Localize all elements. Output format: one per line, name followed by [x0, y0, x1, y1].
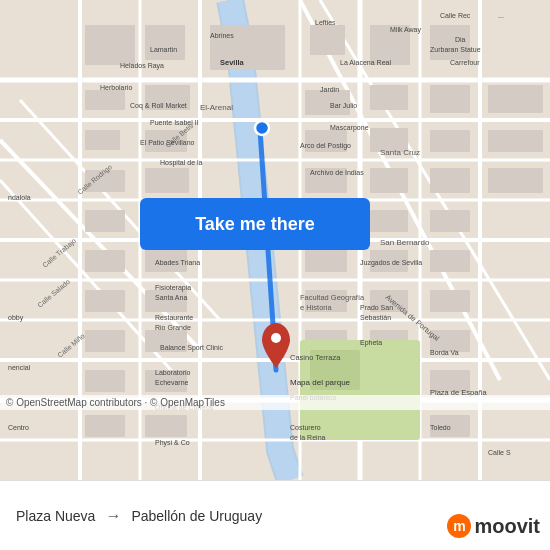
svg-text:Milk Away: Milk Away	[390, 26, 421, 34]
svg-text:obby: obby	[8, 314, 24, 322]
svg-text:Jardin: Jardin	[320, 86, 339, 93]
svg-rect-23	[85, 25, 135, 65]
svg-text:Restaurante: Restaurante	[155, 314, 193, 321]
svg-text:Balance Sport Clinic: Balance Sport Clinic	[160, 344, 224, 352]
svg-text:Centro: Centro	[8, 424, 29, 431]
moovit-logo: m moovit	[447, 514, 540, 538]
svg-rect-39	[430, 130, 470, 152]
svg-text:San Bernardo: San Bernardo	[380, 238, 430, 247]
svg-rect-40	[488, 130, 543, 152]
svg-text:Fisioterapia: Fisioterapia	[155, 284, 191, 292]
map-container: Calle Betis Calle Rodrigo Calle Trabajo …	[0, 0, 550, 480]
svg-rect-49	[370, 210, 408, 232]
svg-text:nencial: nencial	[8, 364, 31, 371]
svg-text:Mascarpone: Mascarpone	[330, 124, 369, 132]
svg-text:Borda Va: Borda Va	[430, 349, 459, 356]
svg-rect-34	[488, 85, 543, 113]
svg-text:Hospital de la: Hospital de la	[160, 159, 203, 167]
svg-text:Carrefour: Carrefour	[450, 59, 480, 66]
svg-text:Herbolario: Herbolario	[100, 84, 132, 91]
svg-text:ndalola: ndalola	[8, 194, 31, 201]
svg-text:Lamartin: Lamartin	[150, 46, 177, 53]
svg-rect-56	[85, 290, 125, 312]
moovit-icon: m	[447, 514, 471, 538]
svg-rect-44	[370, 168, 408, 193]
svg-rect-72	[145, 415, 187, 437]
svg-text:Arco del Postigo: Arco del Postigo	[300, 142, 351, 150]
svg-rect-50	[430, 210, 470, 232]
svg-rect-32	[370, 85, 408, 110]
svg-rect-53	[305, 250, 347, 272]
svg-text:Calle S: Calle S	[488, 449, 511, 456]
svg-text:Costurero: Costurero	[290, 424, 321, 431]
svg-text:Sevilla: Sevilla	[220, 58, 245, 67]
svg-text:Mapa del parque: Mapa del parque	[290, 378, 351, 387]
svg-rect-35	[85, 130, 120, 150]
svg-rect-71	[85, 415, 125, 437]
svg-text:Coq & Roll Market: Coq & Roll Market	[130, 102, 187, 110]
svg-text:Abades Triana: Abades Triana	[155, 259, 200, 266]
svg-text:Physi & Co: Physi & Co	[155, 439, 190, 447]
svg-text:Epheta: Epheta	[360, 339, 382, 347]
bottom-bar: Plaza Nueva → Pabellón de Uruguay m moov…	[0, 480, 550, 550]
svg-rect-55	[430, 250, 470, 272]
svg-rect-45	[430, 168, 470, 193]
copyright-text: © OpenStreetMap contributors · © OpenMap…	[6, 397, 225, 408]
svg-text:Bar Julio: Bar Julio	[330, 102, 357, 109]
svg-rect-47	[85, 210, 125, 232]
svg-text:Toledo: Toledo	[430, 424, 451, 431]
take-me-there-button[interactable]: Take me there	[140, 198, 370, 250]
svg-text:Zurbaran Statue: Zurbaran Statue	[430, 46, 481, 53]
svg-text:Dia: Dia	[455, 36, 466, 43]
svg-text:Rio Grande: Rio Grande	[155, 324, 191, 331]
svg-text:Echevarne: Echevarne	[155, 379, 189, 386]
from-location-label: Plaza Nueva	[16, 508, 95, 524]
svg-text:Facultad Geografía: Facultad Geografía	[300, 293, 365, 302]
svg-rect-24	[145, 25, 185, 60]
svg-text:Abrines: Abrines	[210, 32, 234, 39]
to-location-label: Pabellón de Uruguay	[131, 508, 262, 524]
svg-text:de la Reina: de la Reina	[290, 434, 326, 441]
svg-text:e Historia: e Historia	[300, 303, 333, 312]
svg-text:Helados Raya: Helados Raya	[120, 62, 164, 70]
svg-text:Santa Ana: Santa Ana	[155, 294, 187, 301]
svg-rect-51	[85, 250, 125, 272]
svg-text:...: ...	[498, 12, 504, 19]
svg-rect-42	[145, 168, 189, 193]
moovit-brand-text: moovit	[474, 515, 540, 538]
svg-text:Laboratorio: Laboratorio	[155, 369, 191, 376]
svg-text:Casino Terraza: Casino Terraza	[290, 353, 341, 362]
svg-text:Prado San: Prado San	[360, 304, 393, 311]
svg-text:Puente Isabel II: Puente Isabel II	[150, 119, 199, 126]
svg-rect-29	[85, 90, 125, 110]
svg-point-141	[271, 333, 281, 343]
svg-rect-26	[310, 25, 345, 55]
svg-text:Sebastián: Sebastián	[360, 314, 391, 321]
svg-point-140	[255, 121, 269, 135]
arrow-icon: →	[105, 507, 121, 525]
svg-text:Lefties: Lefties	[315, 19, 336, 26]
svg-text:La Alacena Real: La Alacena Real	[340, 59, 391, 66]
svg-text:Calle Rec: Calle Rec	[440, 12, 471, 19]
svg-text:Juzgados de Sevilla: Juzgados de Sevilla	[360, 259, 422, 267]
svg-rect-66	[85, 370, 125, 392]
svg-text:El Patio Sevillano: El Patio Sevillano	[140, 139, 195, 146]
svg-rect-60	[430, 290, 470, 312]
svg-text:Santa Cruz: Santa Cruz	[380, 148, 420, 157]
svg-rect-61	[85, 330, 125, 352]
copyright-bar: © OpenStreetMap contributors · © OpenMap…	[0, 395, 550, 410]
svg-rect-46	[488, 168, 543, 193]
svg-rect-33	[430, 85, 470, 113]
svg-text:El-Arenal: El-Arenal	[200, 103, 233, 112]
svg-text:Archivo de Indias: Archivo de Indias	[310, 169, 364, 176]
